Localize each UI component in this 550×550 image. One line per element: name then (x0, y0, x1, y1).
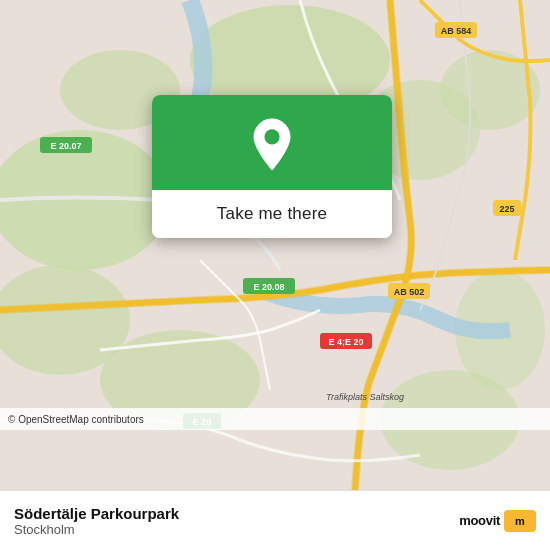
popup-card: Take me there (152, 95, 392, 238)
svg-text:E 4;E 20: E 4;E 20 (328, 337, 363, 347)
svg-text:E 20.08: E 20.08 (253, 282, 284, 292)
moovit-logo: moovit m (459, 510, 536, 532)
map-container[interactable]: E 20.07 E 20.08 E 4;E 20 E 4;E 20 AB 502… (0, 0, 550, 490)
location-pin-icon (248, 117, 296, 172)
svg-text:AB 584: AB 584 (441, 26, 472, 36)
svg-text:225: 225 (499, 204, 514, 214)
bottom-bar: Södertälje Parkourpark Stockholm moovit … (0, 490, 550, 550)
svg-text:m: m (515, 515, 525, 527)
place-info: Södertälje Parkourpark Stockholm (14, 505, 179, 537)
place-city: Stockholm (14, 522, 179, 537)
place-name: Södertälje Parkourpark (14, 505, 179, 522)
moovit-icon: m (504, 510, 536, 532)
svg-text:AB 502: AB 502 (394, 287, 425, 297)
svg-text:Trafikplats Saltskog: Trafikplats Saltskog (326, 392, 404, 402)
svg-text:E 20.07: E 20.07 (50, 141, 81, 151)
take-me-there-button[interactable]: Take me there (152, 190, 392, 238)
moovit-text: moovit (459, 513, 500, 528)
osm-attribution: © OpenStreetMap contributors (8, 414, 144, 425)
svg-point-27 (264, 129, 279, 144)
popup-header (152, 95, 392, 190)
attribution-bar: © OpenStreetMap contributors (0, 408, 550, 430)
